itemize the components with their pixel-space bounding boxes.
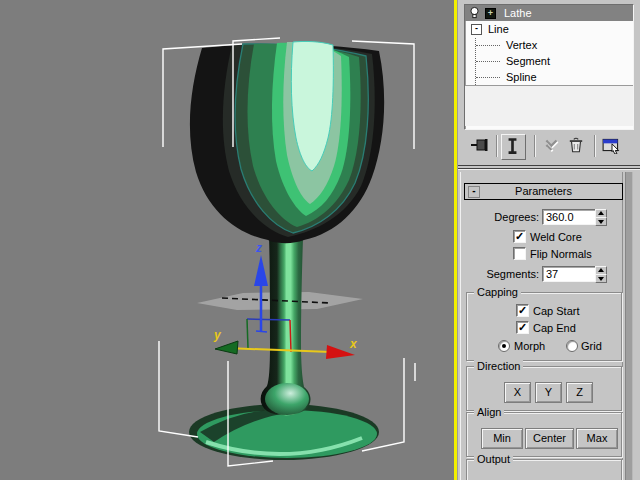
- rollout-title: Parameters: [515, 185, 572, 197]
- grid-label: Grid: [581, 340, 602, 352]
- stack-item-segment[interactable]: Segment: [465, 53, 633, 69]
- capping-group: Capping Cap Start Cap End Morph Grid: [466, 292, 622, 361]
- max-application: z y x + Lathe: [0, 0, 640, 480]
- stack-item-vertex[interactable]: Vertex: [465, 37, 633, 53]
- direction-x-button[interactable]: X: [504, 382, 531, 403]
- toolbar-separator: [534, 135, 535, 157]
- direction-group: Direction X Y Z: [466, 366, 622, 411]
- wine-glass-object[interactable]: [189, 41, 384, 460]
- degrees-spinner[interactable]: [595, 209, 607, 225]
- capping-group-title: Capping: [474, 286, 521, 298]
- tree-branch: [475, 38, 503, 53]
- stack-item-spline[interactable]: Spline: [465, 69, 633, 85]
- panel-scrollbar[interactable]: [625, 172, 633, 480]
- z-axis-label: z: [255, 241, 262, 255]
- direction-z-button[interactable]: Z: [566, 382, 593, 403]
- show-end-result-button[interactable]: [501, 134, 526, 160]
- morph-label: Morph: [514, 340, 545, 352]
- expand-icon[interactable]: +: [485, 8, 496, 19]
- flip-normals-label: Flip Normals: [530, 248, 592, 260]
- align-center-button[interactable]: Center: [525, 428, 574, 449]
- flip-normals-checkbox[interactable]: [513, 247, 526, 260]
- perspective-viewport[interactable]: z y x: [0, 0, 454, 480]
- grid-radio[interactable]: [566, 340, 578, 352]
- weld-core-checkbox[interactable]: [513, 230, 526, 243]
- modifier-stack-list[interactable]: + Lathe - Line Vertex Segment Spline: [464, 4, 634, 130]
- stem-knob: [265, 383, 309, 415]
- lightbulb-icon[interactable]: [469, 6, 480, 21]
- spinner-down-arrow[interactable]: [595, 217, 607, 226]
- stack-item-line[interactable]: - Line: [465, 21, 633, 37]
- align-max-button[interactable]: Max: [576, 428, 618, 449]
- panel-divider: [458, 165, 640, 166]
- output-group-title: Output: [474, 453, 513, 465]
- output-group: Output: [466, 459, 622, 480]
- direction-group-title: Direction: [474, 360, 523, 372]
- direction-y-button[interactable]: Y: [535, 382, 562, 403]
- modify-command-panel: + Lathe - Line Vertex Segment Spline: [457, 0, 640, 480]
- align-group-title: Align: [474, 406, 504, 418]
- segments-spinner[interactable]: [595, 266, 607, 282]
- spinner-down-arrow[interactable]: [595, 274, 607, 283]
- y-axis-arrow: [215, 341, 238, 354]
- x-axis-label: x: [349, 337, 358, 351]
- stack-item-label: Spline: [506, 71, 537, 83]
- make-unique-icon[interactable]: [542, 136, 562, 156]
- tree-branch: [475, 70, 503, 85]
- align-min-button[interactable]: Min: [481, 428, 523, 449]
- morph-radio[interactable]: [498, 340, 510, 352]
- tree-branch: [475, 54, 503, 69]
- edit-stack-icon[interactable]: [602, 136, 622, 156]
- show-end-result-icon: [502, 135, 523, 157]
- rollout-collapse-button[interactable]: -: [468, 186, 480, 198]
- align-group: Align Min Center Max: [466, 412, 622, 457]
- rollout-rail: [622, 172, 623, 480]
- stack-empty-area: [465, 86, 633, 126]
- stack-item-label: Segment: [506, 55, 550, 67]
- weld-core-label: Weld Core: [530, 231, 582, 243]
- panel-divider: [458, 169, 640, 170]
- stack-item-lathe[interactable]: + Lathe: [465, 5, 633, 21]
- stack-item-label: Lathe: [504, 7, 532, 19]
- collapse-icon[interactable]: -: [471, 24, 482, 35]
- y-axis-label: y: [213, 328, 222, 342]
- toolbar-separator: [594, 135, 595, 157]
- stack-item-label: Vertex: [506, 39, 537, 51]
- cap-start-checkbox[interactable]: [516, 304, 529, 317]
- toolbar-separator: [496, 135, 497, 157]
- cap-end-label: Cap End: [533, 322, 576, 334]
- segments-field[interactable]: 37: [542, 266, 597, 282]
- parameters-rollout-header[interactable]: - Parameters: [464, 183, 623, 200]
- cap-start-label: Cap Start: [533, 305, 579, 317]
- viewport-canvas: z y x: [0, 0, 454, 480]
- z-axis-arrow: [254, 255, 268, 286]
- remove-modifier-icon[interactable]: [566, 136, 586, 156]
- cap-end-checkbox[interactable]: [516, 321, 529, 334]
- degrees-label: Degrees:: [458, 211, 539, 223]
- segments-label: Segments:: [458, 268, 539, 280]
- stack-item-label: Line: [488, 23, 509, 35]
- stack-toolbar: [458, 132, 633, 162]
- degrees-field[interactable]: 360.0: [542, 209, 597, 225]
- pin-stack-icon[interactable]: [470, 136, 490, 156]
